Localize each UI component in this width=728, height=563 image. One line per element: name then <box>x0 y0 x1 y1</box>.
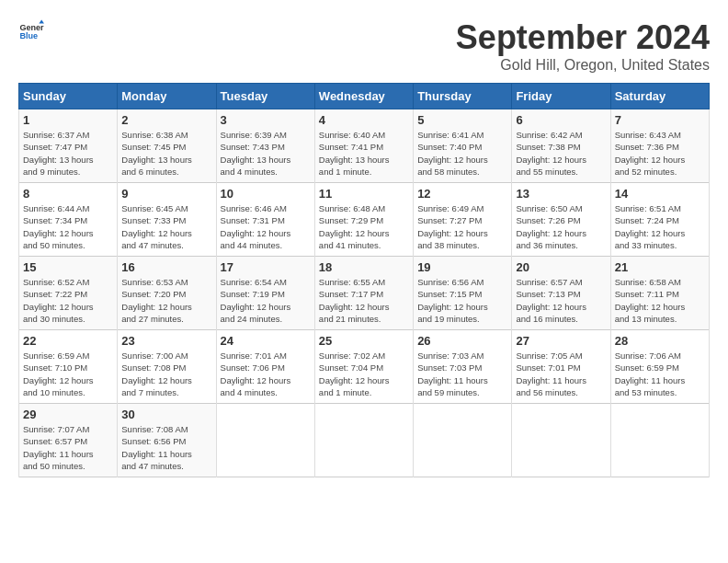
calendar-cell <box>414 404 512 477</box>
weekday-header-monday: Monday <box>118 84 216 109</box>
day-info: Sunrise: 6:46 AM Sunset: 7:31 PM Dayligh… <box>221 202 311 251</box>
calendar-cell: 18Sunrise: 6:55 AM Sunset: 7:17 PM Dayli… <box>314 257 413 330</box>
calendar-week-row: 22Sunrise: 6:59 AM Sunset: 7:10 PM Dayli… <box>19 330 710 404</box>
logo-icon: General Blue <box>18 18 44 44</box>
day-info: Sunrise: 6:53 AM Sunset: 7:20 PM Dayligh… <box>121 276 211 325</box>
calendar-cell: 23Sunrise: 7:00 AM Sunset: 7:08 PM Dayli… <box>118 330 216 404</box>
day-info: Sunrise: 6:38 AM Sunset: 7:45 PM Dayligh… <box>121 129 211 178</box>
calendar-cell: 19Sunrise: 6:56 AM Sunset: 7:15 PM Dayli… <box>414 257 512 330</box>
day-info: Sunrise: 6:52 AM Sunset: 7:22 PM Dayligh… <box>23 276 113 325</box>
calendar-cell: 29Sunrise: 7:07 AM Sunset: 6:57 PM Dayli… <box>19 404 118 477</box>
day-number: 21 <box>615 260 705 274</box>
calendar-cell: 17Sunrise: 6:54 AM Sunset: 7:19 PM Dayli… <box>216 257 314 330</box>
month-title: September 2024 <box>456 18 710 57</box>
calendar-cell <box>512 404 610 477</box>
day-number: 4 <box>319 113 409 127</box>
calendar-cell: 10Sunrise: 6:46 AM Sunset: 7:31 PM Dayli… <box>216 183 314 257</box>
calendar-table: SundayMondayTuesdayWednesdayThursdayFrid… <box>18 83 710 477</box>
calendar-cell: 9Sunrise: 6:45 AM Sunset: 7:33 PM Daylig… <box>118 183 216 257</box>
day-number: 30 <box>121 408 211 421</box>
calendar-cell: 13Sunrise: 6:50 AM Sunset: 7:26 PM Dayli… <box>512 183 610 257</box>
svg-text:Blue: Blue <box>19 31 38 40</box>
day-number: 26 <box>417 334 507 348</box>
calendar-cell: 15Sunrise: 6:52 AM Sunset: 7:22 PM Dayli… <box>19 257 118 330</box>
day-number: 17 <box>221 260 311 274</box>
day-info: Sunrise: 6:50 AM Sunset: 7:26 PM Dayligh… <box>516 202 606 251</box>
calendar-cell: 5Sunrise: 6:41 AM Sunset: 7:40 PM Daylig… <box>414 109 512 183</box>
day-info: Sunrise: 7:00 AM Sunset: 7:08 PM Dayligh… <box>121 350 211 398</box>
calendar-week-row: 8Sunrise: 6:44 AM Sunset: 7:34 PM Daylig… <box>19 183 710 257</box>
calendar-cell: 4Sunrise: 6:40 AM Sunset: 7:41 PM Daylig… <box>314 109 413 183</box>
day-number: 9 <box>121 187 211 201</box>
page-header: General Blue September 2024 Gold Hill, O… <box>18 18 710 74</box>
day-info: Sunrise: 6:55 AM Sunset: 7:17 PM Dayligh… <box>319 276 409 325</box>
weekday-header-row: SundayMondayTuesdayWednesdayThursdayFrid… <box>19 84 710 109</box>
day-info: Sunrise: 6:49 AM Sunset: 7:27 PM Dayligh… <box>417 202 507 251</box>
day-info: Sunrise: 7:05 AM Sunset: 7:01 PM Dayligh… <box>516 350 606 398</box>
day-number: 15 <box>23 260 113 274</box>
calendar-week-row: 29Sunrise: 7:07 AM Sunset: 6:57 PM Dayli… <box>19 404 710 477</box>
weekday-header-saturday: Saturday <box>610 84 709 109</box>
calendar-cell: 14Sunrise: 6:51 AM Sunset: 7:24 PM Dayli… <box>610 183 709 257</box>
day-info: Sunrise: 6:54 AM Sunset: 7:19 PM Dayligh… <box>221 276 311 325</box>
calendar-cell <box>216 404 314 477</box>
day-info: Sunrise: 6:43 AM Sunset: 7:36 PM Dayligh… <box>615 129 705 178</box>
calendar-cell: 30Sunrise: 7:08 AM Sunset: 6:56 PM Dayli… <box>118 404 216 477</box>
calendar-week-row: 1Sunrise: 6:37 AM Sunset: 7:47 PM Daylig… <box>19 109 710 183</box>
day-number: 22 <box>23 334 113 348</box>
day-info: Sunrise: 7:06 AM Sunset: 6:59 PM Dayligh… <box>615 350 705 398</box>
calendar-cell: 11Sunrise: 6:48 AM Sunset: 7:29 PM Dayli… <box>314 183 413 257</box>
day-info: Sunrise: 6:57 AM Sunset: 7:13 PM Dayligh… <box>516 276 606 325</box>
calendar-cell <box>314 404 413 477</box>
day-info: Sunrise: 6:39 AM Sunset: 7:43 PM Dayligh… <box>221 129 311 178</box>
calendar-cell: 3Sunrise: 6:39 AM Sunset: 7:43 PM Daylig… <box>216 109 314 183</box>
day-number: 12 <box>417 187 507 201</box>
calendar-cell: 12Sunrise: 6:49 AM Sunset: 7:27 PM Dayli… <box>414 183 512 257</box>
day-number: 1 <box>23 113 113 127</box>
svg-marker-2 <box>39 19 44 23</box>
day-number: 7 <box>615 113 705 127</box>
weekday-header-wednesday: Wednesday <box>314 84 413 109</box>
weekday-header-thursday: Thursday <box>414 84 512 109</box>
day-number: 14 <box>615 187 705 201</box>
day-number: 16 <box>121 260 211 274</box>
day-number: 8 <box>23 187 113 201</box>
day-info: Sunrise: 7:01 AM Sunset: 7:06 PM Dayligh… <box>221 350 311 398</box>
day-number: 24 <box>221 334 311 348</box>
day-number: 19 <box>417 260 507 274</box>
day-number: 5 <box>417 113 507 127</box>
calendar-cell: 22Sunrise: 6:59 AM Sunset: 7:10 PM Dayli… <box>19 330 118 404</box>
calendar-cell: 1Sunrise: 6:37 AM Sunset: 7:47 PM Daylig… <box>19 109 118 183</box>
day-number: 6 <box>516 113 606 127</box>
calendar-cell: 25Sunrise: 7:02 AM Sunset: 7:04 PM Dayli… <box>314 330 413 404</box>
day-info: Sunrise: 7:03 AM Sunset: 7:03 PM Dayligh… <box>417 350 507 398</box>
svg-text:General: General <box>19 23 44 32</box>
day-number: 13 <box>516 187 606 201</box>
day-info: Sunrise: 7:07 AM Sunset: 6:57 PM Dayligh… <box>23 423 113 472</box>
day-number: 10 <box>221 187 311 201</box>
calendar-cell: 7Sunrise: 6:43 AM Sunset: 7:36 PM Daylig… <box>610 109 709 183</box>
calendar-cell: 26Sunrise: 7:03 AM Sunset: 7:03 PM Dayli… <box>414 330 512 404</box>
location-title: Gold Hill, Oregon, United States <box>456 57 710 74</box>
day-info: Sunrise: 6:37 AM Sunset: 7:47 PM Dayligh… <box>23 129 113 178</box>
day-info: Sunrise: 7:08 AM Sunset: 6:56 PM Dayligh… <box>121 423 211 472</box>
day-info: Sunrise: 6:58 AM Sunset: 7:11 PM Dayligh… <box>615 276 705 325</box>
day-info: Sunrise: 6:51 AM Sunset: 7:24 PM Dayligh… <box>615 202 705 251</box>
title-area: September 2024 Gold Hill, Oregon, United… <box>456 18 710 74</box>
day-number: 11 <box>319 187 409 201</box>
day-info: Sunrise: 6:41 AM Sunset: 7:40 PM Dayligh… <box>417 129 507 178</box>
calendar-cell: 16Sunrise: 6:53 AM Sunset: 7:20 PM Dayli… <box>118 257 216 330</box>
day-info: Sunrise: 6:48 AM Sunset: 7:29 PM Dayligh… <box>319 202 409 251</box>
calendar-cell: 8Sunrise: 6:44 AM Sunset: 7:34 PM Daylig… <box>19 183 118 257</box>
weekday-header-friday: Friday <box>512 84 610 109</box>
calendar-cell: 6Sunrise: 6:42 AM Sunset: 7:38 PM Daylig… <box>512 109 610 183</box>
day-number: 29 <box>23 408 113 421</box>
calendar-cell: 21Sunrise: 6:58 AM Sunset: 7:11 PM Dayli… <box>610 257 709 330</box>
day-info: Sunrise: 6:45 AM Sunset: 7:33 PM Dayligh… <box>121 202 211 251</box>
day-info: Sunrise: 6:44 AM Sunset: 7:34 PM Dayligh… <box>23 202 113 251</box>
day-number: 28 <box>615 334 705 348</box>
day-number: 20 <box>516 260 606 274</box>
day-number: 2 <box>121 113 211 127</box>
day-number: 27 <box>516 334 606 348</box>
day-info: Sunrise: 7:02 AM Sunset: 7:04 PM Dayligh… <box>319 350 409 398</box>
